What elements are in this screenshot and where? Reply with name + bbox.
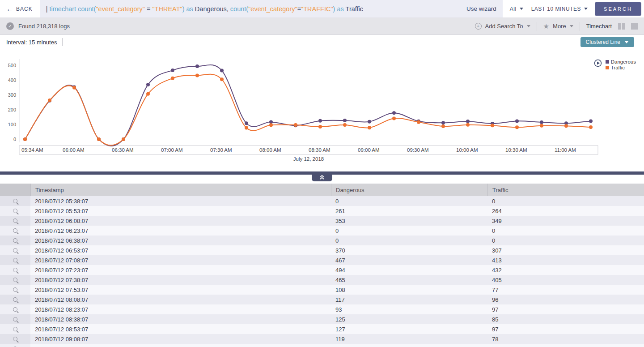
panel-title: Timechart bbox=[586, 23, 612, 30]
scope-area: All LAST 10 MINUTES bbox=[503, 0, 595, 17]
table-row: 2018/07/12 08:53:0712797 bbox=[0, 324, 644, 334]
table-row: 2018/07/12 09:23:07178141 bbox=[0, 344, 644, 347]
svg-text:09:30 AM: 09:30 AM bbox=[407, 147, 429, 153]
chart-legend: DangerousTraffic bbox=[594, 59, 636, 70]
dangerous-cell: 465 bbox=[331, 277, 487, 283]
panel-divider[interactable]: ···· bbox=[0, 171, 644, 175]
plus-circle-icon: + bbox=[475, 23, 482, 30]
check-circle-icon: ✓ bbox=[6, 22, 14, 30]
traffic-cell: 307 bbox=[487, 247, 644, 254]
back-label: BACK bbox=[16, 6, 33, 12]
svg-text:10:30 AM: 10:30 AM bbox=[505, 147, 527, 153]
inspect-row-button[interactable] bbox=[0, 226, 30, 236]
inspect-row-button[interactable] bbox=[0, 295, 30, 304]
timestamp-cell: 2018/07/12 06:53:07 bbox=[30, 247, 331, 254]
traffic-column-header[interactable]: Traffic bbox=[487, 184, 644, 196]
dangerous-cell: 125 bbox=[331, 316, 487, 323]
time-range-label: LAST 10 MINUTES bbox=[531, 6, 581, 12]
magnifier-icon bbox=[13, 268, 17, 272]
inspect-row-button[interactable] bbox=[0, 196, 30, 206]
timestamp-cell: 2018/07/12 09:08:07 bbox=[30, 336, 331, 343]
use-wizard-link[interactable]: Use wizard bbox=[466, 5, 496, 12]
dangerous-cell: 178 bbox=[331, 346, 487, 347]
chart-type-label: Clustered Line bbox=[586, 39, 620, 45]
timechart-canvas[interactable]: 010020030040050005:34 AM06:00 AM06:30 AM… bbox=[0, 49, 644, 171]
legend-item[interactable]: Dangerous bbox=[606, 59, 636, 64]
back-button[interactable]: ← BACK bbox=[0, 0, 40, 17]
add-search-to-dropdown[interactable]: + Add Search To bbox=[475, 23, 530, 30]
timestamp-column-header[interactable]: Timestamp bbox=[30, 184, 331, 196]
more-dropdown[interactable]: ★ More bbox=[543, 22, 573, 30]
scope-label: All bbox=[510, 6, 517, 12]
svg-text:300: 300 bbox=[8, 92, 16, 98]
magnifier-icon bbox=[13, 337, 17, 341]
status-bar: ✓ Found 218,318 logs + Add Search To ★ M… bbox=[0, 18, 644, 35]
magnifier-icon bbox=[13, 209, 17, 213]
table-row: 2018/07/12 06:38:0700 bbox=[0, 236, 644, 245]
chevron-down-icon bbox=[584, 8, 588, 10]
legend-item[interactable]: Traffic bbox=[606, 65, 636, 70]
inspect-row-button[interactable] bbox=[0, 216, 30, 226]
inspect-row-button[interactable] bbox=[0, 206, 30, 216]
traffic-cell: 405 bbox=[487, 277, 644, 283]
svg-text:200: 200 bbox=[8, 107, 16, 112]
chevron-down-icon bbox=[527, 25, 530, 27]
inspect-row-button[interactable] bbox=[0, 275, 30, 285]
play-circle-icon[interactable] bbox=[594, 59, 602, 67]
table-row: 2018/07/12 07:23:07494432 bbox=[0, 265, 644, 275]
table-row: 2018/07/12 07:38:07465405 bbox=[0, 275, 644, 285]
inspect-row-button[interactable] bbox=[0, 245, 30, 255]
dangerous-cell: 117 bbox=[331, 296, 487, 303]
svg-text:11:00 AM: 11:00 AM bbox=[555, 147, 576, 153]
table-row: 2018/07/12 07:08:07467413 bbox=[0, 255, 644, 265]
timestamp-cell: 2018/07/12 07:08:07 bbox=[30, 257, 331, 264]
interval-label: Interval: 15 minutes bbox=[6, 39, 57, 46]
collapse-handle[interactable]: ···· bbox=[312, 171, 332, 181]
traffic-cell: 413 bbox=[487, 257, 644, 264]
inspect-row-button[interactable] bbox=[0, 324, 30, 334]
dangerous-column-header[interactable]: Dangerous bbox=[331, 184, 487, 196]
svg-text:06:30 AM: 06:30 AM bbox=[112, 147, 134, 153]
traffic-cell: 264 bbox=[487, 208, 644, 214]
inspect-row-button[interactable] bbox=[0, 285, 30, 295]
query-input[interactable]: | timechart count("event_category" = "TH… bbox=[46, 5, 461, 13]
magnifier-icon bbox=[13, 258, 17, 262]
star-icon: ★ bbox=[543, 22, 549, 30]
dangerous-cell: 494 bbox=[331, 267, 487, 274]
full-view-icon[interactable] bbox=[631, 23, 638, 30]
traffic-cell: 77 bbox=[487, 287, 644, 293]
time-range-dropdown[interactable]: LAST 10 MINUTES bbox=[531, 6, 588, 12]
table-row: 2018/07/12 06:08:07353349 bbox=[0, 216, 644, 226]
inspect-row-button[interactable] bbox=[0, 314, 30, 324]
inspect-row-button[interactable] bbox=[0, 304, 30, 314]
results-table: Timestamp Dangerous Traffic 2018/07/12 0… bbox=[0, 184, 644, 347]
timestamp-cell: 2018/07/12 08:08:07 bbox=[30, 296, 331, 303]
add-search-to-label: Add Search To bbox=[485, 23, 523, 30]
dangerous-cell: 127 bbox=[331, 326, 487, 333]
svg-text:0: 0 bbox=[13, 137, 16, 142]
table-row: 2018/07/12 06:23:0700 bbox=[0, 226, 644, 236]
traffic-cell: 97 bbox=[487, 306, 644, 313]
table-row: 2018/07/12 05:38:0700 bbox=[0, 196, 644, 206]
timestamp-cell: 2018/07/12 05:38:07 bbox=[30, 198, 331, 205]
inspect-row-button[interactable] bbox=[0, 255, 30, 265]
timestamp-cell: 2018/07/12 09:23:07 bbox=[30, 346, 331, 347]
scope-dropdown[interactable]: All bbox=[510, 6, 523, 12]
chart-type-dropdown[interactable]: Clustered Line bbox=[580, 37, 634, 47]
traffic-cell: 349 bbox=[487, 218, 644, 224]
magnifier-icon bbox=[13, 199, 17, 203]
inspect-row-button[interactable] bbox=[0, 344, 30, 347]
traffic-cell: 97 bbox=[487, 326, 644, 333]
search-button[interactable]: SEARCH bbox=[595, 2, 641, 16]
magnifier-icon bbox=[13, 287, 17, 292]
table-header: Timestamp Dangerous Traffic bbox=[0, 184, 644, 196]
table-row: 2018/07/12 08:38:0712585 bbox=[0, 314, 644, 324]
svg-text:07:00 AM: 07:00 AM bbox=[161, 147, 183, 153]
svg-text:07:30 AM: 07:30 AM bbox=[210, 147, 232, 153]
magnifier-icon bbox=[13, 218, 17, 223]
inspect-row-button[interactable] bbox=[0, 334, 30, 344]
split-view-icon[interactable] bbox=[618, 23, 625, 30]
inspect-row-button[interactable] bbox=[0, 265, 30, 275]
table-row: 2018/07/12 05:53:07261264 bbox=[0, 206, 644, 216]
inspect-row-button[interactable] bbox=[0, 236, 30, 245]
